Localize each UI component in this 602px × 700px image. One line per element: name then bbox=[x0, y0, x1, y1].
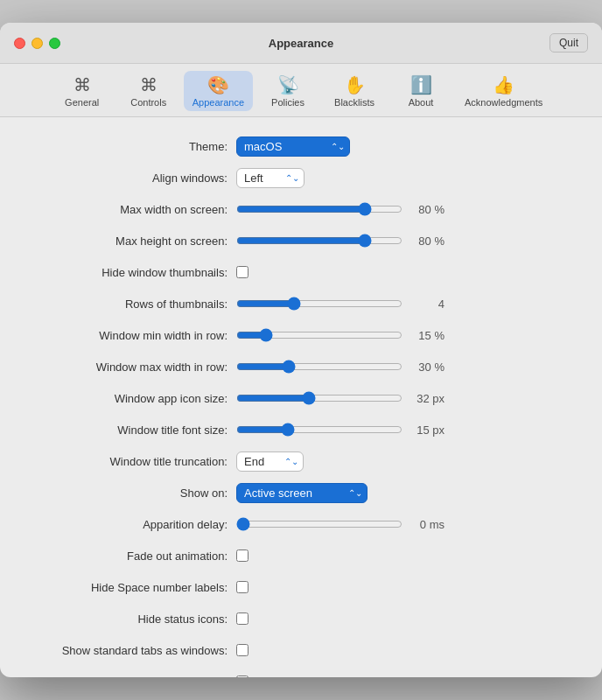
toolbar: ⌘︎ General ⌘ Controls 🎨 Appearance 📡 Pol… bbox=[0, 64, 602, 117]
hide-colored-circles-checkbox[interactable] bbox=[236, 676, 248, 677]
align-windows-row: Align windows: Left Center Right bbox=[26, 166, 576, 189]
show-on-row: Show on: Active screen All screens Main … bbox=[26, 481, 576, 504]
align-windows-select[interactable]: Left Center Right bbox=[236, 168, 304, 188]
max-height-control: 80 % bbox=[236, 234, 576, 248]
minimize-button[interactable] bbox=[32, 38, 43, 49]
align-windows-select-wrapper[interactable]: Left Center Right bbox=[236, 168, 304, 188]
max-height-row: Max height on screen: 80 % bbox=[26, 229, 576, 252]
show-standard-tabs-row: Show standard tabs as windows: bbox=[26, 639, 576, 662]
about-icon: ℹ️ bbox=[410, 74, 432, 95]
show-standard-tabs-label: Show standard tabs as windows: bbox=[26, 644, 236, 657]
toolbar-item-about[interactable]: ℹ️ About bbox=[389, 71, 452, 111]
theme-control: macOS Light Dark bbox=[236, 136, 576, 157]
hide-space-labels-checkbox[interactable] bbox=[236, 581, 248, 593]
max-height-slider[interactable] bbox=[236, 234, 402, 248]
controls-icon: ⌘ bbox=[140, 74, 158, 95]
apparition-delay-row: Apparition delay: 0 ms bbox=[26, 513, 576, 536]
main-window: Appearance Quit ⌘︎ General ⌘ Controls 🎨 … bbox=[0, 23, 602, 677]
toolbar-item-policies[interactable]: 📡 Policies bbox=[256, 71, 319, 111]
toolbar-item-general[interactable]: ⌘︎ General bbox=[51, 71, 114, 111]
max-width-row-value: 30 % bbox=[410, 360, 444, 374]
hide-status-icons-control bbox=[236, 612, 576, 625]
max-width-row-label: Window max width in row: bbox=[26, 360, 236, 374]
general-icon: ⌘︎ bbox=[74, 74, 91, 95]
apparition-delay-control: 0 ms bbox=[236, 517, 576, 531]
title-font-size-slider[interactable] bbox=[236, 423, 402, 437]
toolbar-item-blacklists[interactable]: ✋ Blacklists bbox=[323, 71, 386, 111]
toolbar-label-acknowledgments: Acknowledgments bbox=[465, 97, 542, 108]
rows-thumbnails-slider[interactable] bbox=[236, 297, 402, 311]
align-windows-label: Align windows: bbox=[26, 172, 236, 185]
toolbar-label-general: General bbox=[65, 97, 99, 108]
app-icon-size-slider[interactable] bbox=[236, 391, 402, 405]
title-font-size-label: Window title font size: bbox=[26, 424, 236, 437]
acknowledgments-icon: 👍 bbox=[493, 74, 514, 95]
max-width-row-row: Window max width in row: 30 % bbox=[26, 355, 576, 378]
toolbar-label-appearance: Appearance bbox=[192, 97, 244, 108]
title-font-size-row: Window title font size: 15 px bbox=[26, 418, 576, 441]
hide-colored-circles-row: Hide colored circles on mouse hover: bbox=[26, 670, 576, 677]
min-width-row-control: 15 % bbox=[236, 328, 576, 342]
hide-colored-circles-label: Hide colored circles on mouse hover: bbox=[26, 676, 236, 678]
quit-button[interactable]: Quit bbox=[550, 33, 588, 52]
appearance-icon: 🎨 bbox=[207, 74, 229, 95]
maximize-button[interactable] bbox=[49, 38, 60, 49]
hide-thumbnails-row: Hide window thumbnails: bbox=[26, 261, 576, 284]
max-height-value: 80 % bbox=[410, 234, 444, 248]
min-width-row-row: Window min width in row: 15 % bbox=[26, 324, 576, 346]
max-width-row: Max width on screen: 80 % bbox=[26, 198, 576, 220]
title-font-size-value: 15 px bbox=[410, 424, 444, 437]
close-button[interactable] bbox=[14, 38, 25, 49]
rows-thumbnails-row: Rows of thumbnails: 4 bbox=[26, 292, 576, 315]
title-truncation-select-wrapper[interactable]: End Start Middle bbox=[236, 452, 304, 472]
title-truncation-row: Window title truncation: End Start Middl… bbox=[26, 450, 576, 472]
min-width-row-label: Window min width in row: bbox=[26, 329, 236, 342]
theme-label: Theme: bbox=[26, 140, 236, 153]
fade-out-control bbox=[236, 550, 576, 562]
app-icon-size-value: 32 px bbox=[410, 392, 444, 405]
theme-select-wrapper[interactable]: macOS Light Dark bbox=[236, 136, 350, 157]
app-icon-size-row: Window app icon size: 32 px bbox=[26, 387, 576, 410]
window-title: Appearance bbox=[269, 37, 333, 50]
hide-status-icons-row: Hide status icons: bbox=[26, 607, 576, 630]
hide-thumbnails-checkbox[interactable] bbox=[236, 266, 248, 278]
toolbar-label-about: About bbox=[409, 97, 434, 108]
min-width-row-value: 15 % bbox=[410, 329, 444, 342]
max-width-control: 80 % bbox=[236, 202, 576, 216]
show-standard-tabs-checkbox[interactable] bbox=[236, 644, 248, 656]
hide-space-labels-label: Hide Space number labels: bbox=[26, 581, 236, 594]
hide-colored-circles-control bbox=[236, 676, 576, 677]
rows-thumbnails-control: 4 bbox=[236, 297, 576, 311]
max-width-slider[interactable] bbox=[236, 202, 402, 216]
hide-space-labels-control bbox=[236, 581, 576, 593]
min-width-row-slider[interactable] bbox=[236, 328, 402, 342]
show-on-control: Active screen All screens Main screen bbox=[236, 483, 576, 503]
title-bar: Appearance Quit bbox=[0, 23, 602, 64]
title-truncation-control: End Start Middle bbox=[236, 452, 576, 472]
hide-thumbnails-control bbox=[236, 266, 576, 278]
toolbar-label-policies: Policies bbox=[271, 97, 304, 108]
show-on-label: Show on: bbox=[26, 486, 236, 500]
traffic-lights bbox=[14, 38, 60, 49]
fade-out-label: Fade out animation: bbox=[26, 550, 236, 563]
toolbar-item-controls[interactable]: ⌘ Controls bbox=[117, 71, 180, 111]
policies-icon: 📡 bbox=[277, 74, 299, 95]
title-font-size-control: 15 px bbox=[236, 423, 576, 437]
max-height-label: Max height on screen: bbox=[26, 234, 236, 248]
title-truncation-label: Window title truncation: bbox=[26, 455, 236, 468]
app-icon-size-label: Window app icon size: bbox=[26, 392, 236, 405]
hide-status-icons-checkbox[interactable] bbox=[236, 612, 248, 625]
show-on-select-wrapper[interactable]: Active screen All screens Main screen bbox=[236, 483, 368, 503]
toolbar-item-acknowledgments[interactable]: 👍 Acknowledgments bbox=[456, 71, 551, 111]
max-width-label: Max width on screen: bbox=[26, 203, 236, 216]
theme-row: Theme: macOS Light Dark bbox=[26, 135, 576, 158]
toolbar-label-blacklists: Blacklists bbox=[334, 97, 374, 108]
fade-out-checkbox[interactable] bbox=[236, 550, 248, 562]
apparition-delay-slider[interactable] bbox=[236, 517, 402, 531]
max-width-row-slider[interactable] bbox=[236, 360, 402, 374]
title-truncation-select[interactable]: End Start Middle bbox=[236, 452, 304, 472]
toolbar-item-appearance[interactable]: 🎨 Appearance bbox=[184, 71, 253, 111]
show-on-select[interactable]: Active screen All screens Main screen bbox=[236, 483, 368, 503]
theme-select[interactable]: macOS Light Dark bbox=[236, 136, 350, 157]
hide-space-labels-row: Hide Space number labels: bbox=[26, 576, 576, 598]
